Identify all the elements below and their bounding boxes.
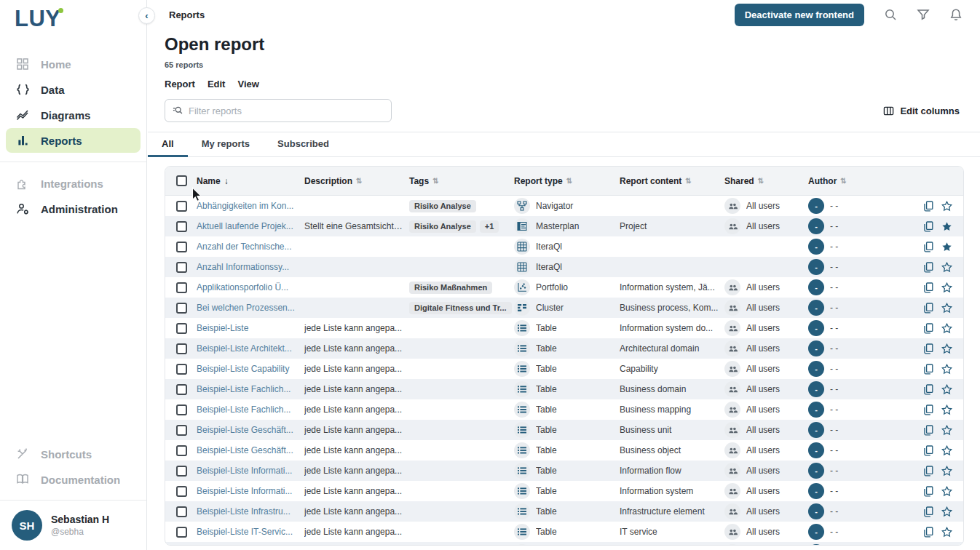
report-name-link[interactable]: Beispiel-Liste IT-Servic...	[197, 527, 304, 537]
row-checkbox[interactable]	[176, 404, 187, 415]
copy-icon[interactable]	[923, 527, 933, 538]
star-filled-icon[interactable]	[941, 242, 952, 252]
table-row[interactable]: Beispiel-Listejede Liste kann angepa...T…	[165, 318, 963, 338]
copy-icon[interactable]	[923, 384, 933, 395]
tab-all[interactable]: All	[148, 132, 188, 157]
copy-icon[interactable]	[923, 343, 933, 354]
report-name-link[interactable]: Beispiel-Liste Infrastru...	[197, 506, 304, 517]
table-row[interactable]: Beispiel-Liste Geschäft...jede Liste kan…	[165, 420, 963, 440]
star-outline-icon[interactable]	[941, 466, 952, 477]
row-checkbox[interactable]	[176, 343, 187, 354]
column-header-author[interactable]: Author⇅	[808, 176, 913, 186]
edit-columns-button[interactable]: Edit columns	[883, 105, 960, 116]
sidebar-item-reports[interactable]: Reports	[6, 128, 141, 153]
column-header-description[interactable]: Description⇅	[304, 176, 409, 186]
star-outline-icon[interactable]	[941, 201, 952, 212]
table-row[interactable]: Beispiel-Liste Fachlich...jede Liste kan…	[165, 399, 963, 420]
row-checkbox[interactable]	[176, 466, 187, 477]
report-name-link[interactable]: Beispiel-Liste Geschäft...	[197, 445, 304, 455]
row-checkbox[interactable]	[176, 364, 187, 375]
table-row[interactable]: Applikationsporfolio Ü...Risiko Maßnahme…	[165, 277, 963, 298]
star-outline-icon[interactable]	[941, 384, 952, 395]
report-name-link[interactable]: Beispiel-Liste Informati...	[197, 466, 304, 476]
sidebar-item-shortcuts[interactable]: Shortcuts	[6, 442, 141, 466]
copy-icon[interactable]	[923, 486, 933, 497]
column-header-shared[interactable]: Shared⇅	[724, 176, 808, 186]
table-row[interactable]: Anzahl der Technische...IteraQl-- -	[165, 236, 963, 257]
sidebar-collapse-button[interactable]: ‹	[138, 7, 155, 24]
row-checkbox[interactable]	[176, 527, 187, 538]
row-checkbox[interactable]	[176, 221, 187, 232]
row-checkbox[interactable]	[176, 242, 187, 252]
table-row[interactable]: Beispiel-Liste IT-Servic...jede Liste ka…	[165, 522, 963, 542]
report-name-link[interactable]: Beispiel-Liste Fachlich...	[197, 404, 304, 415]
copy-icon[interactable]	[923, 425, 933, 436]
column-header-name[interactable]: Name↓	[197, 176, 304, 186]
tab-my-reports[interactable]: My reports	[188, 132, 264, 157]
menu-edit[interactable]: Edit	[208, 79, 226, 89]
star-outline-icon[interactable]	[941, 262, 952, 273]
avatar[interactable]: SH	[12, 510, 42, 541]
table-row[interactable]: Abhängigkeiten im Kon...Risiko AnalyseNa…	[165, 196, 963, 216]
column-header-report-type[interactable]: Report type⇅	[514, 176, 620, 186]
row-checkbox[interactable]	[176, 486, 187, 497]
filter-icon[interactable]	[917, 8, 930, 21]
row-checkbox[interactable]	[176, 282, 187, 293]
row-checkbox[interactable]	[176, 201, 187, 212]
report-name-link[interactable]: Beispiel-Liste	[197, 323, 304, 333]
star-outline-icon[interactable]	[941, 282, 952, 293]
table-row[interactable]: Beispiel-Liste Informati...jede Liste ka…	[165, 481, 963, 501]
table-row[interactable]: Beispiel-Liste Informati...jede Liste ka…	[165, 461, 963, 481]
tab-subscribed[interactable]: Subscribed	[264, 132, 343, 157]
star-outline-icon[interactable]	[941, 343, 952, 354]
table-row[interactable]: -- -	[165, 542, 963, 546]
sidebar-item-home[interactable]: Home	[6, 52, 141, 76]
notifications-bell-icon[interactable]	[949, 8, 963, 21]
filter-reports-box[interactable]	[165, 99, 392, 122]
copy-icon[interactable]	[923, 282, 933, 293]
report-name-link[interactable]: Aktuell laufende Projek...	[197, 221, 304, 231]
row-checkbox[interactable]	[176, 506, 187, 517]
report-name-link[interactable]: Beispiel-Liste Architekt...	[197, 343, 304, 354]
filter-reports-input[interactable]	[189, 105, 384, 116]
row-checkbox[interactable]	[176, 323, 187, 334]
menu-view[interactable]: View	[237, 79, 258, 89]
star-outline-icon[interactable]	[941, 425, 952, 436]
sidebar-item-integrations[interactable]: Integrations	[6, 171, 141, 196]
menu-report[interactable]: Report	[165, 79, 195, 89]
row-checkbox[interactable]	[176, 384, 187, 395]
copy-icon[interactable]	[923, 201, 933, 212]
copy-icon[interactable]	[923, 466, 933, 477]
table-row[interactable]: Beispiel-Liste Capabilityjede Liste kann…	[165, 359, 963, 379]
report-name-link[interactable]: Beispiel-Liste Informati...	[197, 486, 304, 496]
sidebar-item-diagrams[interactable]: Diagrams	[6, 103, 141, 127]
copy-icon[interactable]	[923, 364, 933, 375]
table-row[interactable]: Anzahl Informationssy...IteraQl-- -	[165, 257, 963, 277]
row-checkbox[interactable]	[176, 425, 187, 436]
table-row[interactable]: Bei welchen Prozessen...Digitale Fitness…	[165, 298, 963, 318]
report-name-link[interactable]: Beispiel-Liste Fachlich...	[197, 384, 304, 394]
report-name-link[interactable]: Anzahl Informationssy...	[197, 262, 304, 272]
table-row[interactable]: Beispiel-Liste Fachlich...jede Liste kan…	[165, 379, 963, 399]
report-name-link[interactable]: Beispiel-Liste Capability	[197, 364, 304, 374]
column-header-tags[interactable]: Tags⇅	[409, 176, 514, 186]
copy-icon[interactable]	[923, 445, 933, 456]
table-row[interactable]: Aktuell laufende Projek...Stellt eine Ge…	[165, 216, 963, 236]
column-header-report-content[interactable]: Report content⇅	[620, 176, 724, 186]
copy-icon[interactable]	[923, 506, 933, 517]
row-checkbox[interactable]	[176, 262, 187, 273]
table-row[interactable]: Beispiel-Liste Geschäft...jede Liste kan…	[165, 440, 963, 461]
star-outline-icon[interactable]	[941, 445, 952, 456]
star-outline-icon[interactable]	[941, 364, 952, 375]
copy-icon[interactable]	[923, 323, 933, 334]
row-checkbox[interactable]	[176, 445, 187, 456]
sidebar-item-administration[interactable]: Administration	[6, 196, 141, 221]
copy-icon[interactable]	[923, 221, 933, 232]
star-outline-icon[interactable]	[941, 404, 952, 415]
row-checkbox[interactable]	[176, 303, 187, 314]
deactivate-new-frontend-button[interactable]: Deactivate new frontend	[735, 4, 864, 26]
star-outline-icon[interactable]	[941, 486, 952, 497]
report-name-link[interactable]: Applikationsporfolio Ü...	[197, 282, 304, 292]
sidebar-item-data[interactable]: Data	[6, 77, 141, 102]
report-name-link[interactable]: Bei welchen Prozessen...	[197, 303, 304, 313]
